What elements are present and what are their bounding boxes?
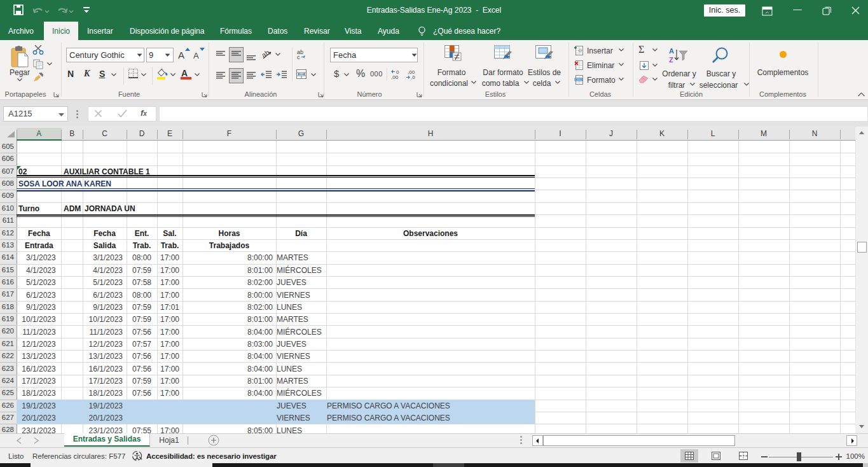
svg-text:c: c — [297, 54, 300, 60]
svg-text:A: A — [669, 47, 674, 55]
svg-text:,0: ,0 — [411, 74, 415, 80]
svg-text:,00: ,00 — [391, 74, 399, 80]
svg-text:Z: Z — [669, 56, 673, 64]
svg-text:ab: ab — [262, 50, 271, 59]
